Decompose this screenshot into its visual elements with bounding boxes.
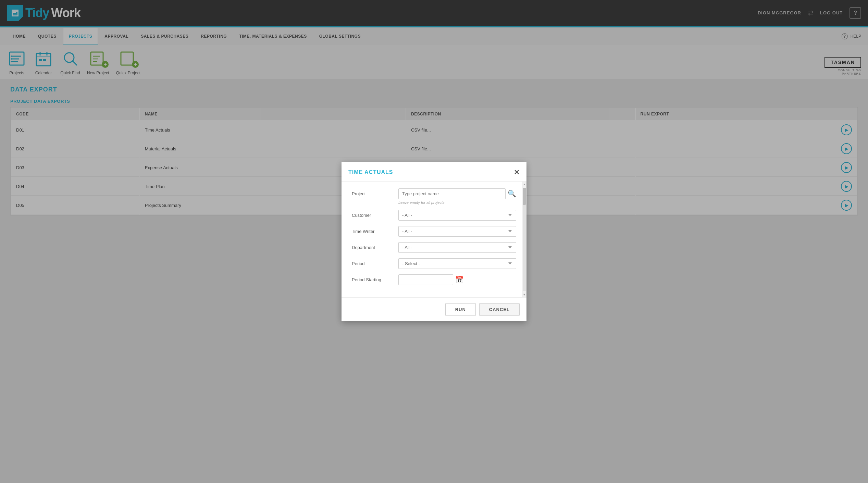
project-input[interactable] xyxy=(398,188,506,199)
project-search-icon[interactable]: 🔍 xyxy=(508,189,516,198)
period-label: Period xyxy=(352,258,393,266)
customer-label: Customer xyxy=(352,210,393,218)
customer-field: - All - xyxy=(398,210,516,221)
project-hint: Leave empty for all projects xyxy=(398,200,516,205)
run-button[interactable]: RUN xyxy=(445,303,476,316)
project-label: Project xyxy=(352,188,393,196)
modal-row-project: Project 🔍 Leave empty for all projects xyxy=(352,188,516,205)
modal-overlay[interactable]: TIME ACTUALS ✕ Project 🔍 Leave empty for… xyxy=(0,0,868,483)
cancel-button[interactable]: CANCEL xyxy=(479,303,520,316)
period-starting-field: 📅 xyxy=(398,274,516,285)
time-actuals-modal: TIME ACTUALS ✕ Project 🔍 Leave empty for… xyxy=(342,162,526,321)
modal-row-period-starting: Period Starting 📅 xyxy=(352,274,516,285)
modal-footer: RUN CANCEL xyxy=(342,297,526,321)
calendar-picker-icon[interactable]: 📅 xyxy=(455,275,464,284)
scroll-thumb[interactable] xyxy=(523,188,526,205)
period-field: - Select - xyxy=(398,258,516,269)
project-search-wrap: 🔍 xyxy=(398,188,516,199)
department-select[interactable]: - All - xyxy=(398,242,516,253)
project-field: 🔍 Leave empty for all projects xyxy=(398,188,516,205)
modal-row-customer: Customer - All - xyxy=(352,210,516,221)
time-writer-field: - All - xyxy=(398,226,516,237)
period-starting-input[interactable] xyxy=(398,274,453,285)
customer-select[interactable]: - All - xyxy=(398,210,516,221)
period-select[interactable]: - Select - xyxy=(398,258,516,269)
department-field: - All - xyxy=(398,242,516,253)
time-writer-label: Time Writer xyxy=(352,226,393,234)
modal-body: Project 🔍 Leave empty for all projects C… xyxy=(342,182,526,297)
time-writer-select[interactable]: - All - xyxy=(398,226,516,237)
scroll-track xyxy=(523,188,526,291)
scroll-up-arrow[interactable]: ▲ xyxy=(522,182,526,187)
scroll-down-arrow[interactable]: ▼ xyxy=(522,292,526,297)
modal-header: TIME ACTUALS ✕ xyxy=(342,162,526,182)
period-starting-label: Period Starting xyxy=(352,274,393,282)
department-label: Department xyxy=(352,242,393,250)
modal-row-department: Department - All - xyxy=(352,242,516,253)
period-starting-wrap: 📅 xyxy=(398,274,516,285)
modal-row-time-writer: Time Writer - All - xyxy=(352,226,516,237)
modal-close-button[interactable]: ✕ xyxy=(514,168,520,176)
modal-scrollbar[interactable]: ▲ ▼ xyxy=(522,182,526,297)
modal-row-period: Period - Select - xyxy=(352,258,516,269)
modal-title: TIME ACTUALS xyxy=(348,169,393,175)
